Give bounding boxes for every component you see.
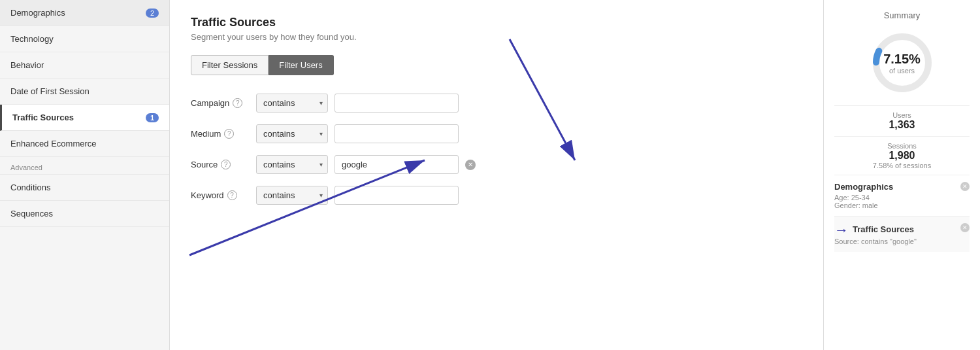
medium-label: Medium ? <box>191 129 250 139</box>
medium-input[interactable] <box>335 124 459 143</box>
campaign-input[interactable] <box>335 94 459 113</box>
users-value: 1,363 <box>834 119 970 131</box>
medium-row: Medium ? contains does not contain match… <box>191 124 802 143</box>
traffic-sources-summary-card: → Traffic Sources Source: contains "goog… <box>834 216 970 252</box>
medium-select[interactable]: contains does not contain matches regex <box>256 124 328 143</box>
sidebar-item-label: Sequences <box>10 209 53 219</box>
donut-container: 7.15% of users <box>834 27 970 99</box>
sidebar-item-label: Technology <box>10 34 54 44</box>
sidebar-item-label: Traffic Sources <box>12 113 74 122</box>
filter-sessions-button[interactable]: Filter Sessions <box>191 55 269 75</box>
sidebar-item-label: Enhanced Ecommerce <box>10 139 97 149</box>
advanced-section-label: Advanced <box>0 157 169 175</box>
sidebar-item-traffic-sources[interactable]: Traffic Sources 1 <box>0 105 169 131</box>
filter-users-button[interactable]: Filter Users <box>269 55 333 75</box>
donut-label: of users <box>883 67 921 75</box>
page-subtitle: Segment your users by how they found you… <box>191 32 802 42</box>
keyword-select[interactable]: contains does not contain matches regex <box>256 186 328 205</box>
sidebar-item-enhanced-ecommerce[interactable]: Enhanced Ecommerce <box>0 131 169 157</box>
demographics-card-close-icon[interactable]: ✕ <box>960 182 970 191</box>
sessions-label: Sessions <box>834 142 970 150</box>
sidebar-item-label: Conditions <box>10 183 50 192</box>
users-label: Users <box>834 111 970 119</box>
sidebar-item-label: Behavior <box>10 60 44 70</box>
sidebar-badge-traffic-sources: 1 <box>146 113 159 122</box>
svg-line-2 <box>189 160 425 255</box>
annotation-arrows <box>170 0 823 350</box>
main-content: Traffic Sources Segment your users by ho… <box>170 0 823 350</box>
donut-chart: 7.15% of users <box>866 27 938 99</box>
sidebar-item-label: Date of First Session <box>10 86 90 96</box>
sidebar-item-conditions[interactable]: Conditions <box>0 175 169 201</box>
sidebar: Demographics 2 Technology Behavior Date … <box>0 0 170 350</box>
campaign-label: Campaign ? <box>191 98 250 108</box>
sidebar-item-demographics[interactable]: Demographics 2 <box>0 0 169 26</box>
demographics-card-title: Demographics <box>834 182 970 192</box>
source-clear-icon[interactable]: ✕ <box>465 160 476 170</box>
donut-text: 7.15% of users <box>883 52 921 75</box>
traffic-sources-card-detail: Source: contains "google" <box>834 237 970 245</box>
sidebar-item-sequences[interactable]: Sequences <box>0 201 169 227</box>
source-select-wrapper: contains does not contain matches regex … <box>256 155 328 174</box>
demographics-summary-card: Demographics Age: 25-34Gender: male ✕ <box>834 175 970 216</box>
summary-title: Summary <box>834 10 970 20</box>
medium-select-wrapper: contains does not contain matches regex … <box>256 124 328 143</box>
sessions-value: 1,980 <box>834 150 970 162</box>
keyword-row: Keyword ? contains does not contain matc… <box>191 186 802 205</box>
source-select[interactable]: contains does not contain matches regex <box>256 155 328 174</box>
traffic-sources-card-header: → Traffic Sources <box>834 223 970 237</box>
keyword-label: Keyword ? <box>191 190 250 200</box>
sessions-stat: Sessions 1,980 7.58% of sessions <box>834 136 970 175</box>
demographics-card-detail: Age: 25-34Gender: male <box>834 194 970 209</box>
traffic-sources-card-title: Traffic Sources <box>853 224 914 234</box>
keyword-select-wrapper: contains does not contain matches regex … <box>256 186 328 205</box>
campaign-row: Campaign ? contains does not contain mat… <box>191 94 802 113</box>
campaign-select[interactable]: contains does not contain matches regex <box>256 94 328 113</box>
medium-help-icon[interactable]: ? <box>224 129 234 139</box>
keyword-help-icon[interactable]: ? <box>227 190 237 200</box>
source-label: Source ? <box>191 160 250 169</box>
sidebar-item-date-of-first-session[interactable]: Date of First Session <box>0 79 169 105</box>
page-title: Traffic Sources <box>191 16 802 29</box>
campaign-help-icon[interactable]: ? <box>233 98 242 108</box>
right-arrow-icon: → <box>834 223 849 237</box>
sidebar-item-label: Demographics <box>10 8 65 18</box>
source-help-icon[interactable]: ? <box>221 160 231 169</box>
campaign-select-wrapper: contains does not contain matches regex … <box>256 94 328 113</box>
summary-panel: Summary 7.15% of users Users 1,363 Sessi… <box>823 0 980 350</box>
traffic-sources-card-close-icon[interactable]: ✕ <box>960 223 970 232</box>
users-stat: Users 1,363 <box>834 105 970 136</box>
sessions-sub: 7.58% of sessions <box>834 162 970 169</box>
sidebar-item-behavior[interactable]: Behavior <box>0 52 169 79</box>
donut-percent: 7.15% <box>883 52 921 67</box>
source-input[interactable] <box>335 155 459 174</box>
sidebar-badge-demographics: 2 <box>146 9 159 18</box>
sidebar-item-technology[interactable]: Technology <box>0 26 169 52</box>
source-row: Source ? contains does not contain match… <box>191 155 802 174</box>
keyword-input[interactable] <box>335 186 459 205</box>
filter-buttons: Filter Sessions Filter Users <box>191 55 802 75</box>
